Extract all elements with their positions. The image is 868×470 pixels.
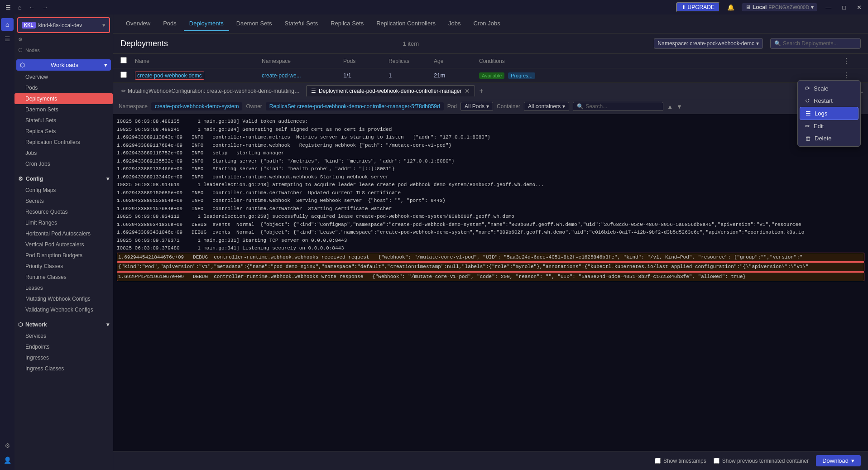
tab-replica-sets[interactable]: Replica Sets — [325, 16, 369, 31]
tab-replication-controllers[interactable]: Replication Controllers — [371, 16, 441, 31]
namespace-toolbar-label: Namespace — [119, 103, 148, 110]
cluster-gear[interactable]: ⚙ — [14, 36, 113, 43]
home-icon[interactable]: ⌂ — [16, 3, 24, 12]
sidebar-item-replica-sets[interactable]: Replica Sets — [14, 126, 113, 137]
settings-rail-item[interactable]: ⚙ — [1, 439, 14, 452]
log-search-icon: 🔍 — [577, 103, 584, 110]
sidebar-item-priority-classes[interactable]: Priority Classes — [14, 261, 113, 272]
workloads-section-header[interactable]: ⬡ Workloads ▾ — [16, 59, 111, 71]
sidebar-item-ingress-classes[interactable]: Ingress Classes — [14, 363, 113, 374]
sidebar-item-daemon-sets[interactable]: Daemon Sets — [14, 104, 113, 115]
download-chevron-icon: ▾ — [851, 457, 854, 464]
sidebar-item-ingresses[interactable]: Ingresses — [14, 352, 113, 363]
sidebar-item-leases[interactable]: Leases — [14, 283, 113, 293]
deployment-name-link[interactable]: create-pod-webhook-demc — [135, 72, 204, 80]
namespace-toolbar-value[interactable]: create-pod-webhook-demo-system — [151, 102, 242, 110]
tab-deployments[interactable]: Deployments — [184, 16, 229, 31]
context-menu-edit[interactable]: ✏ Edit — [800, 120, 858, 132]
sidebar-item-mutating-webhook[interactable]: Mutating Webhook Configs — [14, 293, 113, 304]
sidebar-item-jobs[interactable]: Jobs — [14, 148, 113, 158]
row-checkbox[interactable] — [120, 72, 127, 78]
log-scroll-up-button[interactable]: ▲ — [667, 103, 673, 110]
minimize-button[interactable]: — — [823, 3, 834, 12]
sidebar-item-vpa[interactable]: Vertical Pod Autoscalers — [14, 239, 113, 250]
download-button[interactable]: Download ▾ — [816, 455, 861, 466]
sidebar-item-resource-quotas[interactable]: Resource Quotas — [14, 206, 113, 217]
sidebar-item-limit-ranges[interactable]: Limit Ranges — [14, 217, 113, 228]
log-line: {"kind":"Pod","apiVersion":"v1","metadat… — [117, 262, 864, 272]
main-content: Deployments 1 item Namespace: create-pod… — [113, 34, 868, 470]
icon-rail: ⌂ ☰ ⚙ 👤 — [0, 14, 14, 470]
forward-icon[interactable]: → — [40, 3, 50, 12]
context-menu-scale[interactable]: ⟳ Scale — [800, 82, 858, 95]
log-line: 1.6929445421961067e+09 DEBUG controller-… — [117, 272, 864, 282]
table-more-icon[interactable]: ⋮ — [843, 57, 850, 65]
owner-toolbar-value[interactable]: ReplicaSet create-pod-webhook-demo-contr… — [266, 102, 444, 110]
log-tab-deployment[interactable]: ☰ Deployment create-pod-webhook-demo-con… — [306, 85, 475, 96]
tab-pods[interactable]: Pods — [158, 16, 182, 31]
sidebar-item-secrets[interactable]: Secrets — [14, 196, 113, 206]
log-search-box[interactable]: 🔍 Search... — [573, 102, 663, 111]
context-menu-restart[interactable]: ↺ Restart — [800, 95, 858, 107]
log-tab-close-icon[interactable]: ✕ — [465, 87, 470, 95]
deployments-search[interactable]: 🔍 Search Deployments... — [770, 38, 861, 49]
network-section-header[interactable]: ⬡ Network ▾ — [14, 319, 113, 331]
workloads-rail-item[interactable]: ☰ — [1, 33, 14, 45]
tab-cron-jobs[interactable]: Cron Jobs — [468, 16, 505, 31]
maximize-button[interactable]: □ — [839, 3, 849, 12]
previous-container-input[interactable] — [714, 458, 719, 464]
user-rail-item[interactable]: 👤 — [1, 454, 14, 466]
sidebar-item-validating-webhook[interactable]: Validating Webhook Configs — [14, 304, 113, 315]
container-select-chevron-icon: ▾ — [562, 103, 565, 110]
sidebar-item-stateful-sets[interactable]: Stateful Sets — [14, 115, 113, 126]
log-area[interactable]: I0825 06:03:08.488135 1 main.go:180] Val… — [113, 114, 868, 451]
sidebar-item-services[interactable]: Services — [14, 331, 113, 341]
sidebar-nodes-header[interactable]: ⬡ Nodes — [14, 45, 113, 55]
tab-overview[interactable]: Overview — [120, 16, 156, 31]
notification-icon[interactable]: 🔔 — [725, 3, 736, 12]
sidebar-item-pdb[interactable]: Pod Disruption Budgets — [14, 250, 113, 261]
select-all-checkbox[interactable] — [120, 57, 127, 63]
sidebar-item-deployments[interactable]: Deployments — [14, 93, 113, 104]
log-scroll-down-button[interactable]: ▼ — [676, 103, 682, 110]
local-cluster-badge[interactable]: 🖥 Local EPCNGXZW000D ▾ — [742, 3, 817, 11]
log-line: 1.6929433889135532e+09 INFO Starting ser… — [117, 158, 864, 165]
tab-daemon-sets[interactable]: Daemon Sets — [231, 16, 278, 31]
add-log-tab-button[interactable]: + — [477, 86, 486, 96]
age-value: 21m — [434, 72, 479, 79]
cluster-selector[interactable]: KKL kind-k8s-local-dev ▾ — [17, 17, 110, 33]
config-section-header[interactable]: ⚙ Config ▾ — [14, 173, 113, 185]
namespace-selector[interactable]: Namespace: create-pod-webhook-demc ▾ — [654, 38, 763, 49]
show-timestamps-checkbox[interactable]: Show timestamps — [655, 458, 706, 464]
tab-stateful-sets[interactable]: Stateful Sets — [279, 16, 323, 31]
sidebar-item-replication-controllers[interactable]: Replication Controllers — [14, 137, 113, 148]
log-line: I0825 06:03:09.379480 1 main.go:341] Lis… — [117, 245, 864, 252]
context-menu-delete[interactable]: 🗑 Delete — [800, 132, 858, 144]
row-more-button[interactable]: ⋮ — [843, 72, 850, 79]
menu-icon[interactable]: ☰ — [4, 3, 13, 12]
back-icon[interactable]: ← — [27, 3, 37, 12]
col-age: Age — [434, 58, 479, 64]
pod-select[interactable]: All Pods ▾ — [460, 102, 493, 111]
config-icon: ⚙ — [18, 176, 23, 182]
upgrade-icon: ⬆ — [681, 4, 686, 10]
sidebar-item-hpa[interactable]: Horizontal Pod Autoscalers — [14, 228, 113, 239]
log-tab-mutating[interactable]: ✏ MutatingWebhookConfiguration: create-p… — [117, 86, 304, 96]
sidebar-item-overview[interactable]: Overview — [14, 72, 113, 82]
show-previous-container-checkbox[interactable]: Show previous terminated container — [714, 458, 809, 464]
cluster-name: kind-k8s-local-dev — [38, 22, 82, 29]
container-select[interactable]: All containers ▾ — [524, 102, 569, 111]
namespace-link[interactable]: create-pod-we... — [262, 72, 301, 79]
sidebar-item-pods[interactable]: Pods — [14, 82, 113, 93]
sidebar-item-cron-jobs[interactable]: Cron Jobs — [14, 158, 113, 169]
restart-icon: ↺ — [805, 97, 810, 104]
sidebar-item-config-maps[interactable]: Config Maps — [14, 185, 113, 196]
close-button[interactable]: ✕ — [854, 3, 864, 12]
context-menu-logs[interactable]: ☰ Logs — [800, 107, 858, 120]
home-rail-item[interactable]: ⌂ — [1, 18, 14, 31]
timestamps-input[interactable] — [655, 458, 661, 464]
sidebar-item-endpoints[interactable]: Endpoints — [14, 341, 113, 352]
tab-jobs[interactable]: Jobs — [443, 16, 466, 31]
sidebar-item-runtime-classes[interactable]: Runtime Classes — [14, 272, 113, 283]
upgrade-button[interactable]: ⬆ UPGRADE — [676, 2, 720, 12]
